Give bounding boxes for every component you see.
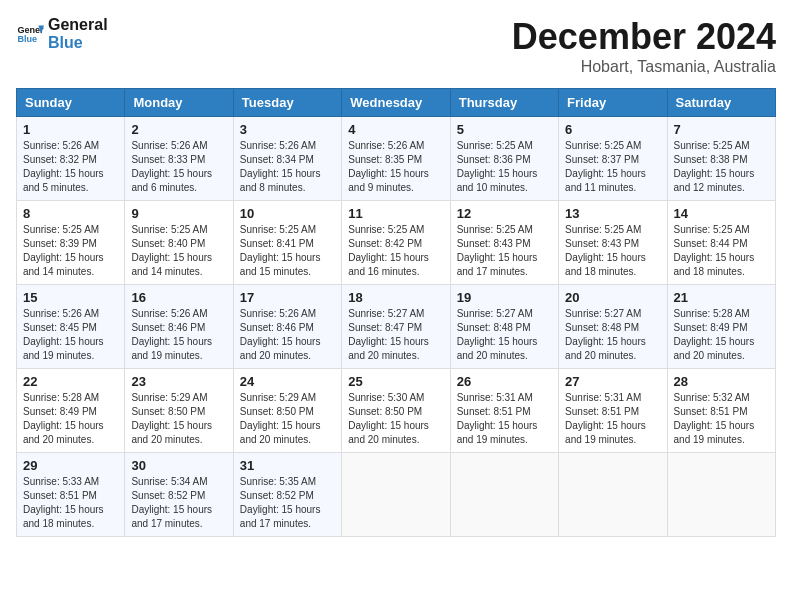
page-header: General Blue General Blue December 2024 … <box>16 16 776 76</box>
calendar-cell: 11 Sunrise: 5:25 AM Sunset: 8:42 PM Dayl… <box>342 201 450 285</box>
day-number: 24 <box>240 374 335 389</box>
day-detail: Sunrise: 5:34 AM Sunset: 8:52 PM Dayligh… <box>131 475 226 531</box>
calendar-cell: 5 Sunrise: 5:25 AM Sunset: 8:36 PM Dayli… <box>450 117 558 201</box>
calendar-cell: 15 Sunrise: 5:26 AM Sunset: 8:45 PM Dayl… <box>17 285 125 369</box>
day-detail: Sunrise: 5:29 AM Sunset: 8:50 PM Dayligh… <box>240 391 335 447</box>
calendar-cell: 16 Sunrise: 5:26 AM Sunset: 8:46 PM Dayl… <box>125 285 233 369</box>
day-number: 29 <box>23 458 118 473</box>
calendar-cell: 4 Sunrise: 5:26 AM Sunset: 8:35 PM Dayli… <box>342 117 450 201</box>
calendar-cell: 24 Sunrise: 5:29 AM Sunset: 8:50 PM Dayl… <box>233 369 341 453</box>
day-detail: Sunrise: 5:26 AM Sunset: 8:45 PM Dayligh… <box>23 307 118 363</box>
calendar-body: 1 Sunrise: 5:26 AM Sunset: 8:32 PM Dayli… <box>17 117 776 537</box>
day-number: 31 <box>240 458 335 473</box>
header-day-thursday: Thursday <box>450 89 558 117</box>
header-day-friday: Friday <box>559 89 667 117</box>
day-number: 28 <box>674 374 769 389</box>
day-number: 10 <box>240 206 335 221</box>
logo-blue-text: Blue <box>48 34 108 52</box>
day-detail: Sunrise: 5:25 AM Sunset: 8:41 PM Dayligh… <box>240 223 335 279</box>
day-detail: Sunrise: 5:27 AM Sunset: 8:48 PM Dayligh… <box>565 307 660 363</box>
calendar-cell: 30 Sunrise: 5:34 AM Sunset: 8:52 PM Dayl… <box>125 453 233 537</box>
day-detail: Sunrise: 5:25 AM Sunset: 8:43 PM Dayligh… <box>565 223 660 279</box>
day-number: 19 <box>457 290 552 305</box>
day-detail: Sunrise: 5:26 AM Sunset: 8:46 PM Dayligh… <box>131 307 226 363</box>
day-detail: Sunrise: 5:26 AM Sunset: 8:35 PM Dayligh… <box>348 139 443 195</box>
day-detail: Sunrise: 5:32 AM Sunset: 8:51 PM Dayligh… <box>674 391 769 447</box>
calendar-cell: 27 Sunrise: 5:31 AM Sunset: 8:51 PM Dayl… <box>559 369 667 453</box>
day-number: 1 <box>23 122 118 137</box>
header-day-tuesday: Tuesday <box>233 89 341 117</box>
calendar-cell: 17 Sunrise: 5:26 AM Sunset: 8:46 PM Dayl… <box>233 285 341 369</box>
day-detail: Sunrise: 5:28 AM Sunset: 8:49 PM Dayligh… <box>674 307 769 363</box>
day-detail: Sunrise: 5:25 AM Sunset: 8:39 PM Dayligh… <box>23 223 118 279</box>
day-detail: Sunrise: 5:26 AM Sunset: 8:34 PM Dayligh… <box>240 139 335 195</box>
day-number: 11 <box>348 206 443 221</box>
day-number: 8 <box>23 206 118 221</box>
calendar-cell <box>559 453 667 537</box>
day-number: 4 <box>348 122 443 137</box>
day-number: 5 <box>457 122 552 137</box>
day-detail: Sunrise: 5:25 AM Sunset: 8:44 PM Dayligh… <box>674 223 769 279</box>
logo-general-text: General <box>48 16 108 34</box>
header-row: SundayMondayTuesdayWednesdayThursdayFrid… <box>17 89 776 117</box>
day-number: 3 <box>240 122 335 137</box>
calendar-cell: 26 Sunrise: 5:31 AM Sunset: 8:51 PM Dayl… <box>450 369 558 453</box>
calendar-week-1: 1 Sunrise: 5:26 AM Sunset: 8:32 PM Dayli… <box>17 117 776 201</box>
day-number: 27 <box>565 374 660 389</box>
day-number: 15 <box>23 290 118 305</box>
day-detail: Sunrise: 5:30 AM Sunset: 8:50 PM Dayligh… <box>348 391 443 447</box>
calendar-cell: 12 Sunrise: 5:25 AM Sunset: 8:43 PM Dayl… <box>450 201 558 285</box>
day-detail: Sunrise: 5:27 AM Sunset: 8:48 PM Dayligh… <box>457 307 552 363</box>
calendar-week-4: 22 Sunrise: 5:28 AM Sunset: 8:49 PM Dayl… <box>17 369 776 453</box>
day-number: 23 <box>131 374 226 389</box>
calendar-cell <box>450 453 558 537</box>
day-number: 6 <box>565 122 660 137</box>
calendar-cell: 13 Sunrise: 5:25 AM Sunset: 8:43 PM Dayl… <box>559 201 667 285</box>
calendar-cell: 23 Sunrise: 5:29 AM Sunset: 8:50 PM Dayl… <box>125 369 233 453</box>
day-number: 26 <box>457 374 552 389</box>
day-number: 25 <box>348 374 443 389</box>
day-number: 9 <box>131 206 226 221</box>
day-detail: Sunrise: 5:31 AM Sunset: 8:51 PM Dayligh… <box>457 391 552 447</box>
calendar-cell: 7 Sunrise: 5:25 AM Sunset: 8:38 PM Dayli… <box>667 117 775 201</box>
day-detail: Sunrise: 5:25 AM Sunset: 8:43 PM Dayligh… <box>457 223 552 279</box>
calendar-cell: 9 Sunrise: 5:25 AM Sunset: 8:40 PM Dayli… <box>125 201 233 285</box>
calendar-cell: 20 Sunrise: 5:27 AM Sunset: 8:48 PM Dayl… <box>559 285 667 369</box>
calendar-cell: 1 Sunrise: 5:26 AM Sunset: 8:32 PM Dayli… <box>17 117 125 201</box>
day-number: 20 <box>565 290 660 305</box>
day-detail: Sunrise: 5:33 AM Sunset: 8:51 PM Dayligh… <box>23 475 118 531</box>
calendar-cell: 3 Sunrise: 5:26 AM Sunset: 8:34 PM Dayli… <box>233 117 341 201</box>
calendar-week-2: 8 Sunrise: 5:25 AM Sunset: 8:39 PM Dayli… <box>17 201 776 285</box>
day-detail: Sunrise: 5:25 AM Sunset: 8:40 PM Dayligh… <box>131 223 226 279</box>
day-number: 13 <box>565 206 660 221</box>
day-detail: Sunrise: 5:35 AM Sunset: 8:52 PM Dayligh… <box>240 475 335 531</box>
calendar-cell: 18 Sunrise: 5:27 AM Sunset: 8:47 PM Dayl… <box>342 285 450 369</box>
logo: General Blue General Blue <box>16 16 108 51</box>
logo-icon: General Blue <box>16 20 44 48</box>
header-day-monday: Monday <box>125 89 233 117</box>
day-detail: Sunrise: 5:29 AM Sunset: 8:50 PM Dayligh… <box>131 391 226 447</box>
header-day-wednesday: Wednesday <box>342 89 450 117</box>
calendar-week-3: 15 Sunrise: 5:26 AM Sunset: 8:45 PM Dayl… <box>17 285 776 369</box>
day-number: 16 <box>131 290 226 305</box>
calendar-cell: 10 Sunrise: 5:25 AM Sunset: 8:41 PM Dayl… <box>233 201 341 285</box>
calendar-subtitle: Hobart, Tasmania, Australia <box>512 58 776 76</box>
day-number: 18 <box>348 290 443 305</box>
calendar-cell: 21 Sunrise: 5:28 AM Sunset: 8:49 PM Dayl… <box>667 285 775 369</box>
day-number: 30 <box>131 458 226 473</box>
calendar-cell: 14 Sunrise: 5:25 AM Sunset: 8:44 PM Dayl… <box>667 201 775 285</box>
day-detail: Sunrise: 5:26 AM Sunset: 8:32 PM Dayligh… <box>23 139 118 195</box>
calendar-cell <box>667 453 775 537</box>
day-number: 12 <box>457 206 552 221</box>
calendar-title: December 2024 <box>512 16 776 58</box>
svg-text:Blue: Blue <box>17 34 37 44</box>
calendar-cell: 19 Sunrise: 5:27 AM Sunset: 8:48 PM Dayl… <box>450 285 558 369</box>
day-detail: Sunrise: 5:25 AM Sunset: 8:37 PM Dayligh… <box>565 139 660 195</box>
header-day-sunday: Sunday <box>17 89 125 117</box>
calendar-table: SundayMondayTuesdayWednesdayThursdayFrid… <box>16 88 776 537</box>
day-detail: Sunrise: 5:25 AM Sunset: 8:36 PM Dayligh… <box>457 139 552 195</box>
title-block: December 2024 Hobart, Tasmania, Australi… <box>512 16 776 76</box>
day-number: 21 <box>674 290 769 305</box>
calendar-cell: 31 Sunrise: 5:35 AM Sunset: 8:52 PM Dayl… <box>233 453 341 537</box>
day-number: 14 <box>674 206 769 221</box>
